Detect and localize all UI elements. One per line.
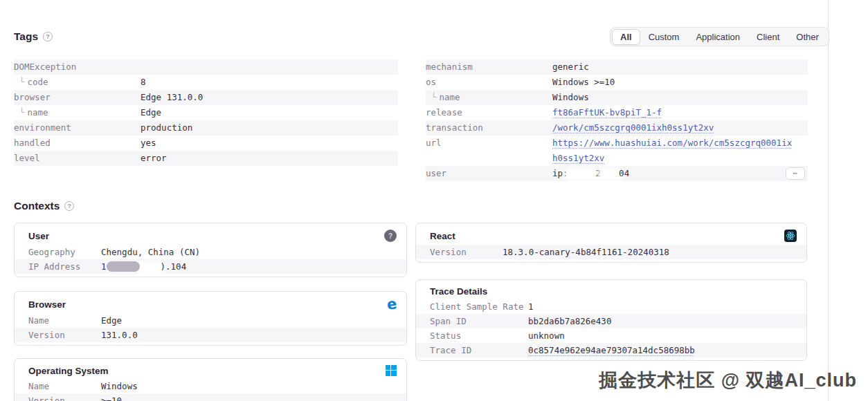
context-row-value: Edge (101, 313, 132, 328)
context-row-name: NameWindows (15, 379, 406, 393)
contexts-right-column: React Version18.3.0-cana (415, 223, 807, 361)
tag-row-browser: browserEdge 131.0.0 (14, 90, 398, 105)
tag-key: mechanism (426, 59, 552, 75)
tags-title: Tags (14, 30, 38, 43)
tags-filter-control: All Custom Application Client Other (610, 27, 829, 46)
tree-branch-icon: └ (19, 77, 25, 87)
tag-value: ip:204 (552, 166, 629, 181)
tag-row-code: └code8 (14, 75, 398, 90)
tags-filter-tab-client[interactable]: Client (748, 29, 788, 45)
context-row-value: bb2da6b7a826e430 (528, 314, 621, 328)
tag-key: └name (14, 105, 141, 120)
tag-key: handled (14, 136, 141, 151)
tags-table-left: DOMException└code8browserEdge 131.0.0└na… (14, 59, 398, 166)
tag-value: Windows >=10 (552, 75, 615, 90)
tags-filter-tab-application[interactable]: Application (687, 29, 748, 45)
tags-tables: DOMException└code8browserEdge 131.0.0└na… (14, 59, 808, 181)
os-card-title: Operating System (28, 366, 109, 376)
tag-key: environment (14, 120, 141, 136)
react-card-title: React (430, 231, 455, 241)
context-row-trace-id: Trace ID0c8574e962e94ae79307a14dc58698bb (416, 343, 806, 357)
context-row-status: Statusunknown (416, 328, 806, 343)
user-card-rows: GeographyChengdu, China (CN)IP Address1)… (15, 245, 406, 274)
context-row-span-id: Span IDbb2da6b7a826e430 (416, 314, 806, 328)
context-row-ip-address: IP Address1).104 (15, 259, 406, 274)
context-row-version: Version18.3.0-canary-4b84f1161-20240318 (416, 245, 806, 259)
tag-value: production (141, 120, 192, 136)
os-card-rows: NameWindowsVersion>=10 (15, 379, 406, 401)
card-head-user: User ? (15, 227, 406, 245)
card-head-trace: Trace Details (416, 284, 806, 299)
context-card-browser: Browser e NameEdgeVersion131.0.0 (14, 291, 407, 346)
contexts-help-icon[interactable]: ? (64, 201, 74, 211)
context-row-geography: GeographyChengdu, China (CN) (15, 245, 406, 259)
tag-key: DOMException (14, 59, 141, 75)
tag-value: Windows (552, 90, 589, 105)
card-head-os: Operating System (15, 363, 406, 379)
windows-logo-icon (386, 365, 397, 376)
context-row-label: Name (28, 379, 101, 393)
context-row-value: 131.0.0 (101, 328, 147, 342)
event-details-panel: Tags ? All Custom Application Client Oth… (0, 0, 829, 401)
tag-row-mechanism: mechanismgeneric (426, 59, 808, 75)
context-row-value: unknown (528, 328, 575, 343)
tag-value-link[interactable]: ft86aFftUK-bv8piT_1-f (552, 105, 662, 120)
tree-branch-icon: └ (431, 92, 437, 102)
tag-value-link[interactable]: /work/cm5szcgrq0001ixh0ss1yt2xv (552, 120, 714, 136)
unknown-user-avatar-icon: ? (384, 230, 397, 242)
tag-key: browser (14, 90, 141, 105)
context-row-label: Version (28, 393, 101, 401)
context-row-value: >=10 (101, 393, 132, 401)
tag-row-user: userip:204⋯ (426, 166, 808, 181)
user-tag-overflow-button[interactable]: ⋯ (786, 167, 805, 180)
tag-value: generic (552, 59, 589, 75)
context-row-value: Windows (101, 379, 147, 393)
context-row-label: Status (430, 328, 528, 343)
value-fragment: 1 (101, 261, 107, 272)
context-row-value: 1).104 (101, 259, 196, 274)
tags-help-icon[interactable]: ? (43, 32, 53, 41)
tag-row-level: levelerror (14, 151, 398, 166)
contexts-section-header: Contexts ? (14, 200, 74, 212)
user-card-title: User (28, 231, 49, 241)
value-fragment: ).104 (161, 261, 187, 272)
tag-row-name: └nameWindows (426, 90, 808, 105)
context-row-value: 1 (528, 299, 543, 314)
context-row-value-link[interactable]: 0c8574e962e94ae79307a14dc58698bb (528, 343, 705, 357)
context-row-label: Name (28, 313, 101, 328)
context-row-client-sample-rate: Client Sample Rate1 (416, 299, 806, 314)
tag-value: Edge (141, 105, 161, 120)
tag-row-environment: environmentproduction (14, 120, 398, 136)
value-fragment: 04 (619, 168, 629, 178)
context-row-value: Chengdu, China (CN) (101, 245, 210, 259)
tags-filter-tab-other[interactable]: Other (788, 29, 827, 45)
tag-value-link[interactable]: https://www.huashuiai.com/work/cm5szcgrq… (552, 136, 795, 166)
tags-filter-tab-custom[interactable]: Custom (640, 29, 688, 45)
browser-card-title: Browser (28, 299, 66, 310)
tag-key: user (426, 166, 552, 181)
context-card-os: Operating System NameWindowsVersion>=10 (14, 358, 407, 401)
browser-card-rows: NameEdgeVersion131.0.0 (15, 313, 406, 342)
tag-value: yes (141, 136, 156, 151)
context-card-trace: Trace Details Client Sample Rate1Span ID… (415, 279, 807, 361)
contexts-title: Contexts (14, 200, 60, 212)
context-row-name: NameEdge (15, 313, 406, 328)
tag-value: Edge 131.0.0 (141, 90, 203, 105)
context-row-value: 18.3.0-canary-4b84f1161-20240318 (503, 245, 679, 259)
edge-browser-icon: e (386, 297, 398, 311)
context-card-user: User ? GeographyChengdu, China (CN)IP Ad… (14, 223, 407, 277)
tag-key: └name (426, 90, 552, 105)
context-row-version: Version131.0.0 (15, 328, 406, 342)
tag-key: transaction (426, 120, 552, 136)
tag-value: 8 (141, 75, 146, 90)
blurred-redaction (568, 171, 596, 178)
blurred-redaction (140, 264, 161, 271)
context-row-label: Trace ID (430, 343, 528, 357)
tag-row-handled: handledyes (14, 136, 398, 151)
value-fragment: 2 (596, 168, 602, 178)
context-row-label: Geography (28, 245, 101, 259)
tag-key: level (14, 151, 141, 166)
tags-filter-tab-all[interactable]: All (612, 29, 640, 45)
tags-table-right: mechanismgenericosWindows >=10└nameWindo… (426, 59, 808, 181)
tag-key: └code (14, 75, 141, 90)
